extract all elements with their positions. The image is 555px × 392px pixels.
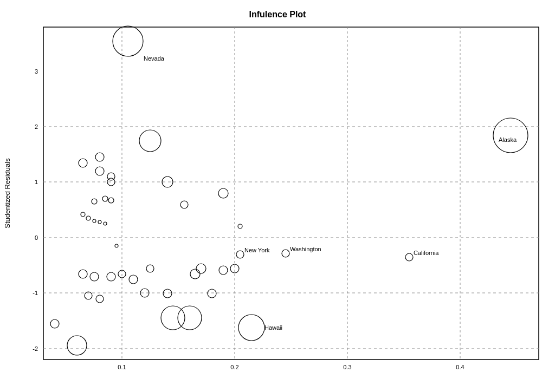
chart-container: Infulence Plot Studentized Residuals: [0, 0, 555, 392]
influence-plot-svg: Infulence Plot Studentized Residuals: [0, 0, 555, 392]
xtick-04: 0.4: [456, 364, 464, 370]
chart-title: Infulence Plot: [249, 10, 307, 19]
xtick-03: 0.3: [343, 364, 351, 370]
ytick-0: 0: [35, 234, 38, 241]
ytick-2: 2: [35, 123, 38, 130]
ytick-neg2: -2: [33, 345, 38, 352]
xtick-02: 0.2: [230, 364, 238, 370]
label-alaska: Alaska: [499, 136, 517, 143]
label-newyork: New York: [244, 247, 270, 253]
ytick-3: 3: [35, 68, 38, 75]
ytick-neg1: -1: [33, 290, 38, 296]
ytick-1: 1: [35, 179, 38, 185]
label-washington: Washington: [290, 246, 321, 252]
label-nevada: Nevada: [144, 55, 165, 62]
label-hawaii: Hawaii: [264, 324, 282, 331]
xtick-01: 0.1: [118, 364, 126, 370]
y-axis-label: Studentized Residuals: [3, 158, 11, 228]
label-california: California: [414, 250, 439, 256]
plot-border: [43, 27, 539, 360]
